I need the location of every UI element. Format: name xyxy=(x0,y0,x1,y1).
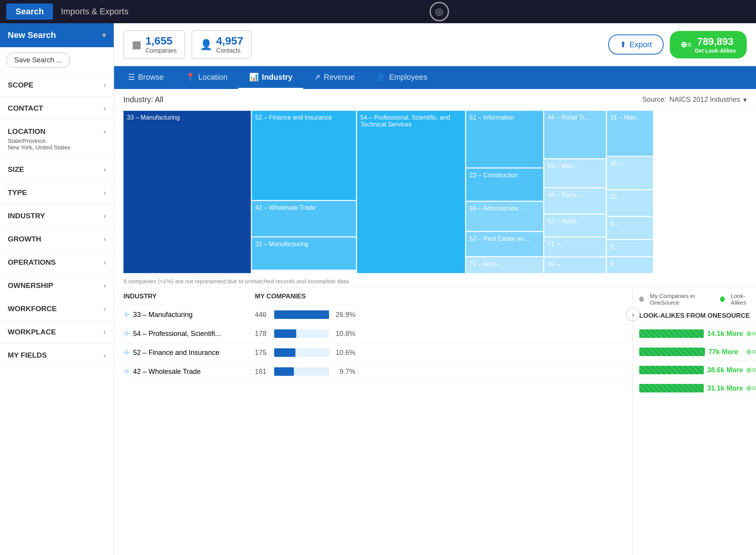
treemap-cell-72[interactable]: 72 – Acco... xyxy=(466,257,543,273)
source-select[interactable]: Source: NAICS 2012 Industries ▾ xyxy=(642,96,747,104)
sidebar-item-type[interactable]: TYPE › xyxy=(0,181,114,204)
sidebar-item-location[interactable]: LOCATION › State/Province: New York, Uni… xyxy=(0,120,114,158)
sidebar-item-scope[interactable]: SCOPE › xyxy=(0,74,114,97)
treemap-cell-45[interactable]: 45 –... xyxy=(607,157,653,189)
chevron-right-icon: › xyxy=(103,165,106,174)
crosshair-icon[interactable]: ✛ xyxy=(123,348,130,357)
row-pct-4: 9.7% xyxy=(332,368,355,376)
panel-toggle-arrow[interactable]: › xyxy=(626,307,640,321)
revenue-label: Revenue xyxy=(324,73,355,82)
workplace-label: WORKPLACE xyxy=(8,328,56,336)
cell-label-8: 8... xyxy=(610,243,619,250)
treemap-cell-33[interactable]: 33 – Manufacturing xyxy=(123,111,251,273)
treemap-cell-6[interactable]: 6... xyxy=(607,217,653,240)
lookalikes-panel-header: LOOK-ALIKES FROM ONESOURCE xyxy=(639,309,756,325)
crosshair-icon[interactable]: ✛ xyxy=(123,310,130,319)
treemap-cell-8[interactable]: 8... xyxy=(607,240,653,256)
tab-industry[interactable]: 📊 Industry xyxy=(238,66,303,89)
companies-icon: ▦ xyxy=(132,39,142,51)
treemap-cell-23[interactable]: 23 – Construction xyxy=(466,168,543,201)
treemap-cell-32[interactable]: 32 – Manufacturing xyxy=(252,237,356,270)
new-search-button[interactable]: New Search ▾ xyxy=(0,23,114,47)
table-row: ✛ 33 – Manufacturing 446 26.9% xyxy=(123,305,632,324)
sidebar-item-ownership[interactable]: OWNERSHIP › xyxy=(0,274,114,297)
revenue-icon: ↗ xyxy=(314,72,321,82)
sidebar-item-size[interactable]: SIZE › xyxy=(0,158,114,181)
tab-employees[interactable]: 👤 Employees xyxy=(365,66,438,89)
treemap-cell-55[interactable]: 55 – Man... xyxy=(544,159,606,188)
tab-revenue[interactable]: ↗ Revenue xyxy=(303,66,365,89)
chevron-right-icon: › xyxy=(103,258,106,267)
la-more-3: 38.6k More xyxy=(707,366,743,374)
top-nav: Search Imports & Exports ◎ xyxy=(0,0,756,23)
treemap-cell-48[interactable]: 48 – Trans... xyxy=(544,188,606,214)
search-tab[interactable]: Search xyxy=(6,3,53,20)
contacts-icon: 👤 xyxy=(200,39,212,51)
treemap-cell-9[interactable]: 9 xyxy=(607,257,653,273)
tab-browse[interactable]: ☰ Browse xyxy=(117,66,175,89)
cell-label-54: 54 – Professional, Scientific, and Techn… xyxy=(360,114,462,128)
la-bar-4 xyxy=(639,384,704,392)
treemap-cell-54[interactable]: 54 – Professional, Scientific, and Techn… xyxy=(357,111,465,273)
cell-label-99: 99 – xyxy=(548,261,560,268)
cell-label-55: 55 – Man... xyxy=(548,163,579,170)
la-icon-2[interactable]: ⊕≡ xyxy=(746,348,756,356)
table-row: ✛ 54 – Professional, Scientifi... 178 10… xyxy=(123,324,632,343)
treemap-cell-51[interactable]: 51 – Information xyxy=(466,111,543,168)
lookalikes-sub: Get Look-Alikes xyxy=(695,48,736,54)
treemap-cell-56[interactable]: 56 – Administrativ... xyxy=(466,202,543,231)
row-industry-1: ✛ 33 – Manufacturing xyxy=(123,310,255,319)
treemap-cell-71[interactable]: 71 –... xyxy=(544,237,606,256)
treemap-cell-31[interactable]: 31 – Man.. xyxy=(607,111,653,156)
sidebar-item-growth[interactable]: GROWTH › xyxy=(0,228,114,251)
location-value: New York, United States xyxy=(8,144,70,151)
contacts-label: Contacts xyxy=(216,47,243,54)
browse-label: Browse xyxy=(138,73,164,82)
cell-label-71: 71 –... xyxy=(548,241,565,248)
bar-area-2: 178 10.8% xyxy=(255,329,355,338)
crosshair-icon[interactable]: ✛ xyxy=(123,329,130,338)
treemap-cell-44[interactable]: 44 – Retail Tr... xyxy=(544,111,606,158)
location-tab-label: Location xyxy=(198,73,228,82)
treemap-cell-42[interactable]: 42 – Wholesale Trade xyxy=(252,201,356,236)
treemap-cell-52[interactable]: 52 – Finance and Insurance xyxy=(252,111,356,200)
sidebar-item-operations[interactable]: OPERATIONS › xyxy=(0,251,114,274)
cell-label-62: 62 – Healt... xyxy=(548,218,581,225)
la-icon-1[interactable]: ⊕≡ xyxy=(746,329,756,338)
treemap-cell-53[interactable]: 53 – Real Estate an... xyxy=(466,232,543,256)
data-table-area: INDUSTRY MY COMPANIES ✛ 33 – Manufacturi… xyxy=(114,288,756,555)
bar-fill-1 xyxy=(274,310,329,319)
tab-location[interactable]: 📍 Location xyxy=(175,66,239,89)
save-search-button[interactable]: Save Search ... xyxy=(6,53,70,68)
sidebar-item-industry[interactable]: INDUSTRY › xyxy=(0,204,114,228)
myfields-label: MY FIELDS xyxy=(8,351,47,360)
treemap-cell-22[interactable]: 22 ... xyxy=(607,190,653,216)
la-bar-2 xyxy=(639,348,705,356)
treemap-cell-99[interactable]: 99 – xyxy=(544,257,606,273)
legend-mycompanies-label: My Companies in OneSource xyxy=(650,293,714,306)
lookalikes-add-icon: ⊕≡ xyxy=(681,40,692,49)
cell-label-33: 33 – Manufacturing xyxy=(127,114,180,121)
contact-label: CONTACT xyxy=(8,104,43,113)
bar-area-3: 175 10.6% xyxy=(255,348,355,357)
export-button[interactable]: ⬆ Export xyxy=(608,34,664,55)
sidebar-item-contact[interactable]: CONTACT › xyxy=(0,97,114,120)
sidebar-item-myfields[interactable]: MY FIELDS › xyxy=(0,344,114,367)
table-header: INDUSTRY MY COMPANIES xyxy=(123,288,632,305)
logo-icon: ◎ xyxy=(430,2,449,21)
treemap-cell-62[interactable]: 62 – Healt... xyxy=(544,214,606,237)
row-count-2: 178 xyxy=(255,330,266,338)
la-more-2: 77k More xyxy=(708,348,743,356)
crosshair-icon[interactable]: ✛ xyxy=(123,367,130,376)
chart-section: Industry: All Source: NAICS 2012 Industr… xyxy=(114,89,756,555)
row-industry-3: ✛ 52 – Finance and Insurance xyxy=(123,348,255,357)
cell-label-51: 51 – Information xyxy=(469,114,514,121)
la-icon-4[interactable]: ⊕≡ xyxy=(746,384,756,392)
bar-fill-4 xyxy=(274,367,294,376)
cell-label-52: 52 – Finance and Insurance xyxy=(255,114,332,121)
lookalikes-button[interactable]: ⊕≡ 789,893 Get Look-Alikes xyxy=(670,31,747,58)
la-icon-3[interactable]: ⊕≡ xyxy=(746,366,756,374)
bar-bg-3 xyxy=(274,348,329,357)
sidebar-item-workforce[interactable]: WORKFORCE › xyxy=(0,297,114,320)
sidebar-item-workplace[interactable]: WORKPLACE › xyxy=(0,320,114,344)
